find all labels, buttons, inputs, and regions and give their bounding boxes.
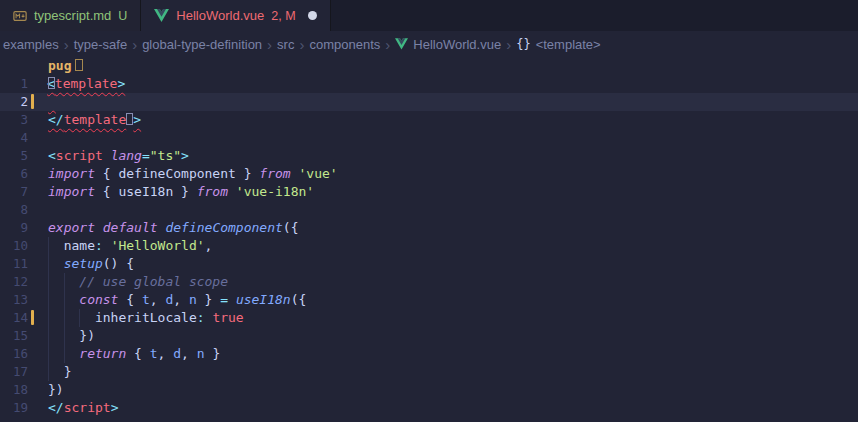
gutter[interactable]: 4 (0, 129, 46, 147)
gutter[interactable]: 18 (0, 381, 46, 399)
gutter[interactable]: 19 (0, 399, 46, 417)
unsaved-dot-icon[interactable] (308, 11, 317, 20)
line-number: 18 (13, 381, 28, 399)
breadcrumb-label: components (309, 37, 380, 52)
gutter[interactable]: 6 (0, 165, 46, 183)
gutter[interactable]: 12 (0, 273, 46, 291)
gutter[interactable]: 15 (0, 327, 46, 345)
code-line-content[interactable]: return { t, d, n } (46, 345, 858, 363)
code-line-10: 10 name: 'HelloWorld', (0, 237, 858, 255)
code-line-content[interactable]: }) (46, 381, 858, 399)
code-line-content[interactable] (46, 129, 858, 147)
gutter[interactable]: 2 (0, 93, 46, 111)
code-line-content[interactable]: setup() { (46, 255, 858, 273)
gutter[interactable]: 16 (0, 345, 46, 363)
breadcrumb-item-global-type-definition[interactable]: global-type-definition (142, 37, 262, 52)
code-line-content[interactable]: // use global scope (46, 273, 858, 291)
code-line-content[interactable] (46, 93, 858, 111)
code-line-7: 7import { useI18n } from 'vue-i18n' (0, 183, 858, 201)
inlay-hint-row: pug (0, 57, 858, 75)
code-token: true (212, 310, 243, 325)
line-number: 5 (20, 147, 28, 165)
code-line-content[interactable]: </template> (46, 111, 858, 129)
line-number: 1 (20, 75, 28, 93)
code-token (103, 148, 111, 163)
code-token: : (95, 238, 103, 253)
code-token: 'HelloWorld' (111, 238, 205, 253)
tab-label: typescript.md (34, 8, 111, 23)
gutter[interactable]: 7 (0, 183, 46, 201)
tab-typescript-md[interactable]: typescript.md U (0, 0, 141, 31)
breadcrumb-item-src[interactable]: src (277, 37, 294, 52)
code-line-16: 16 return { t, d, n } (0, 345, 858, 363)
code-line-content[interactable]: <template> (46, 75, 858, 93)
code-token: < (48, 148, 56, 163)
tab-helloworld-vue[interactable]: HelloWorld.vue 2, M (141, 0, 330, 31)
gutter[interactable]: 10 (0, 237, 46, 255)
gutter (0, 57, 46, 75)
line-number: 17 (13, 363, 28, 381)
breadcrumb-label: src (277, 37, 294, 52)
breadcrumb-item-template[interactable]: {}<template> (516, 37, 601, 52)
code-line-3: 3</template> (0, 111, 858, 129)
code-line-18: 18}) (0, 381, 858, 399)
code-line-content[interactable]: inheritLocale: true (46, 309, 858, 327)
gutter[interactable]: 14 (0, 309, 46, 327)
code-token: } (48, 364, 71, 379)
breadcrumb-item-examples[interactable]: examples (3, 37, 59, 52)
braces-symbol-icon: {} (516, 37, 530, 51)
markdown-icon (13, 9, 27, 23)
code-line-13: 13 const { t, d, n } = useI18n({ (0, 291, 858, 309)
code-token: export (48, 220, 95, 235)
code-line-content[interactable]: <script lang="ts"> (46, 147, 858, 165)
code-line-content[interactable]: }) (46, 327, 858, 345)
breadcrumb-label: HelloWorld.vue (413, 37, 501, 52)
gutter[interactable]: 11 (0, 255, 46, 273)
line-number: 6 (20, 165, 28, 183)
breadcrumb-item-components[interactable]: components (309, 37, 380, 52)
code-token: } (197, 292, 220, 307)
chevron-right-icon: › (385, 37, 390, 52)
breadcrumb-item-type-safe[interactable]: type-safe (74, 37, 127, 52)
code-token (103, 238, 111, 253)
code-token: ({ (283, 220, 299, 235)
code-line-content[interactable]: pug (46, 57, 858, 75)
code-line-6: 6import { defineComponent } from 'vue' (0, 165, 858, 183)
code-token: useI18n (236, 292, 291, 307)
code-token: import (48, 166, 95, 181)
code-token: } (205, 346, 221, 361)
code-token (228, 184, 236, 199)
code-line-12: 12 // use global scope (0, 273, 858, 291)
gutter[interactable]: 3 (0, 111, 46, 129)
code-line-content[interactable]: import { defineComponent } from 'vue' (46, 165, 858, 183)
code-line-content[interactable]: } (46, 363, 858, 381)
code-line-content[interactable]: export default defineComponent({ (46, 219, 858, 237)
problems-modified-badge: 2, M (271, 9, 295, 23)
code-token: return (79, 346, 126, 361)
breadcrumb: examples›type-safe›global-type-definitio… (0, 31, 858, 57)
gutter[interactable]: 5 (0, 147, 46, 165)
code-token: inheritLocale (48, 310, 197, 325)
code-token: </ (48, 400, 64, 415)
code-line-content[interactable] (46, 201, 858, 219)
code-line-content[interactable]: name: 'HelloWorld', (46, 237, 858, 255)
code-line-content[interactable]: import { useI18n } from 'vue-i18n' (46, 183, 858, 201)
code-line-14: 14 inheritLocale: true (0, 309, 858, 327)
gutter[interactable]: 17 (0, 363, 46, 381)
line-number: 11 (13, 255, 28, 273)
breadcrumb-label: type-safe (74, 37, 127, 52)
code-area[interactable]: pug1<template>2 3</template>45<script la… (0, 57, 858, 422)
breadcrumb-item-helloworld-vue[interactable]: HelloWorld.vue (395, 37, 501, 52)
code-line-content[interactable]: const { t, d, n } = useI18n({ (46, 291, 858, 309)
code-token: () { (103, 256, 134, 271)
gutter[interactable]: 9 (0, 219, 46, 237)
code-token: { (118, 292, 141, 307)
gutter[interactable]: 1 (0, 75, 46, 93)
code-line-content[interactable]: </script> (46, 399, 858, 417)
code-token: t (150, 346, 158, 361)
code-line-4: 4 (0, 129, 858, 147)
gutter[interactable]: 8 (0, 201, 46, 219)
tab-label: HelloWorld.vue (176, 8, 264, 23)
gutter[interactable]: 13 (0, 291, 46, 309)
line-number: 3 (20, 111, 28, 129)
